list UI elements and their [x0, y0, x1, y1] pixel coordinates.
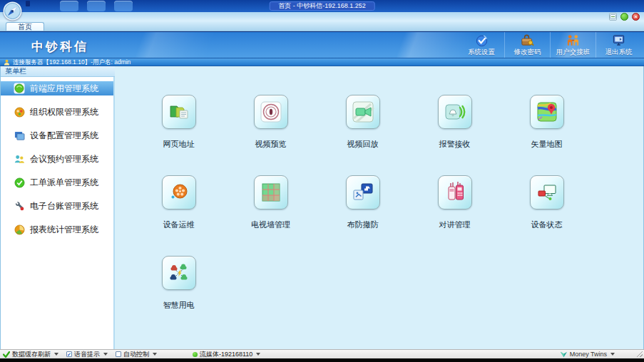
statusbar-money-twins[interactable]: Money Twins	[560, 351, 615, 358]
device-config-icon	[14, 130, 25, 141]
statusbar-label: 语音提示	[74, 350, 100, 359]
toolbar-ghost-icon[interactable]	[60, 1, 78, 11]
app-cell-video-playback: 视频回放	[317, 95, 409, 150]
toolbar-ghost-icon[interactable]	[114, 1, 133, 11]
app-cell-alarm-receive: 报警接收	[409, 95, 501, 150]
app-tile-label: 视频预览	[255, 139, 287, 150]
sidebar-title: 菜单栏	[1, 66, 115, 77]
app-tile-vector-map[interactable]	[530, 95, 564, 129]
sidebar-item-label: 电子台账管理系统	[30, 200, 98, 212]
header-button-exit-system[interactable]: 退出系统	[596, 32, 641, 58]
window-controls-bar: ×	[0, 12, 644, 21]
connection-bar: 连接服务器【192.168.1.10】-用户名: admin	[0, 58, 644, 66]
app-tile-label: 设备运维	[163, 219, 195, 230]
header-button-label: 修改密码	[514, 48, 541, 57]
app-tile-device-maintenance[interactable]	[162, 175, 196, 210]
app-tile-web-address[interactable]	[162, 95, 196, 129]
title-bar: 首页 - 中钞科信-192.168.1.252	[0, 0, 644, 12]
maximize-button[interactable]	[620, 13, 628, 21]
app-cell-device-status: 设备状态	[501, 175, 593, 230]
app-tile-label: 对讲管理	[439, 219, 471, 230]
app-cell-arm-disarm: 布防撤防	[317, 175, 409, 230]
app-tile-intercom[interactable]	[438, 175, 472, 210]
app-tile-tv-wall[interactable]	[254, 175, 288, 210]
video-preview-icon	[259, 100, 283, 124]
alarm-receive-icon	[443, 100, 467, 124]
vector-map-icon	[535, 100, 559, 124]
app-cell-web-address: 网页地址	[133, 95, 225, 150]
app-cell-smart-power: 智慧用电	[133, 256, 225, 311]
app-cell-vector-map: 矢量地图	[501, 95, 593, 150]
dropdown-caret-icon	[610, 353, 615, 356]
dropdown-caret-icon	[153, 353, 157, 356]
statusbar-stream-media[interactable]: 流媒体-192168110	[193, 350, 260, 359]
statusbar-voice-prompt[interactable]: ✔ 语音提示	[66, 350, 108, 359]
close-button[interactable]: ×	[632, 13, 640, 21]
tab-bar: 首页	[0, 21, 644, 31]
app-tile-alarm-receive[interactable]	[438, 95, 472, 129]
connection-status-text: 连接服务器【192.168.1.10】-用户名: admin	[13, 58, 131, 66]
device-status-icon	[535, 180, 559, 205]
minimize-button[interactable]	[609, 13, 617, 21]
header-button-label: 系统设置	[468, 48, 495, 57]
sidebar-item-label: 报表统计管理系统	[30, 224, 98, 236]
header-actions: 系统设置修改密码用户交接班退出系统	[459, 32, 641, 58]
app-tile-video-preview[interactable]	[254, 95, 288, 129]
sidebar-item-e-ledger[interactable]: 电子台账管理系统	[1, 199, 113, 213]
sidebar-item-label: 会议预约管理系统	[30, 153, 98, 165]
app-tile-label: 电视墙管理	[251, 219, 290, 230]
bottom-strip	[0, 358, 644, 362]
auto-checkbox-unchecked[interactable]	[116, 351, 121, 357]
work-order-icon	[14, 177, 25, 188]
statusbar-label: Money Twins	[570, 351, 607, 358]
tab-home[interactable]: 首页	[6, 22, 44, 31]
sidebar-item-report-stats[interactable]: 报表统计管理系统	[1, 222, 113, 237]
app-tile-device-status[interactable]	[530, 175, 564, 210]
statusbar-label: 流媒体-192168110	[200, 350, 252, 359]
change-password-icon	[521, 33, 534, 47]
app-tile-label: 报警接收	[439, 139, 471, 150]
header-button-shift-handover[interactable]: 用户交接班	[550, 32, 596, 58]
app-tile-arm-disarm[interactable]	[346, 175, 380, 210]
dropdown-caret-icon	[54, 353, 58, 356]
app-tile-video-playback[interactable]	[346, 95, 380, 129]
check-icon	[3, 351, 10, 358]
app-tile-label: 智慧用电	[163, 300, 195, 311]
app-tile-label: 视频回放	[347, 139, 379, 150]
web-address-icon	[167, 100, 191, 124]
dropdown-caret-icon	[256, 353, 260, 356]
sidebar-item-label: 前端应用管理系统	[30, 83, 98, 95]
toolbar-ghost-icon[interactable]	[87, 1, 106, 11]
statusbar-auto-control[interactable]: 自动控制	[116, 350, 157, 359]
brand-title: 中钞科信	[31, 38, 88, 55]
org-permission-icon	[14, 106, 25, 118]
app-header: 中钞科信 系统设置修改密码用户交接班退出系统	[0, 31, 644, 58]
voice-checkbox-checked[interactable]: ✔	[66, 351, 72, 357]
header-button-system-settings[interactable]: 系统设置	[459, 32, 504, 58]
exit-system-icon	[612, 33, 625, 47]
app-tile-label: 设备状态	[531, 219, 563, 230]
user-icon	[4, 59, 10, 66]
resize-grip[interactable]	[636, 351, 643, 357]
header-button-label: 用户交接班	[556, 48, 591, 57]
report-icon	[14, 224, 25, 235]
window-title: 首页 - 中钞科信-192.168.1.252	[269, 1, 375, 11]
smart-power-icon	[167, 261, 191, 285]
sidebar-item-label: 工单派单管理系统	[30, 177, 98, 189]
intercom-icon	[443, 180, 467, 205]
header-button-change-password[interactable]: 修改密码	[504, 32, 550, 58]
sidebar-item-device-config[interactable]: 设备配置管理系统	[1, 128, 113, 143]
status-bar: 数据缓存刷新 ✔ 语音提示 自动控制 流媒体-192168110 Money T…	[0, 349, 644, 358]
sidebar-item-org-permission[interactable]: 组织权限管理系统	[1, 105, 113, 119]
header-button-label: 退出系统	[605, 48, 633, 57]
meeting-icon	[14, 153, 25, 165]
shift-handover-icon	[566, 33, 580, 47]
sidebar-item-meeting-booking[interactable]: 会议预约管理系统	[1, 152, 113, 166]
app-cell-tv-wall: 电视墙管理	[225, 175, 317, 230]
statusbar-data-cache-refresh[interactable]: 数据缓存刷新	[3, 350, 58, 359]
app-tile-smart-power[interactable]	[162, 256, 196, 290]
sidebar-item-frontend-app[interactable]: 前端应用管理系统	[1, 81, 113, 95]
sidebar-menu: 前端应用管理系统组织权限管理系统设备配置管理系统会议预约管理系统工单派单管理系统…	[1, 77, 115, 349]
sidebar-item-work-order[interactable]: 工单派单管理系统	[1, 175, 113, 190]
statusbar-label: 数据缓存刷新	[12, 350, 51, 359]
